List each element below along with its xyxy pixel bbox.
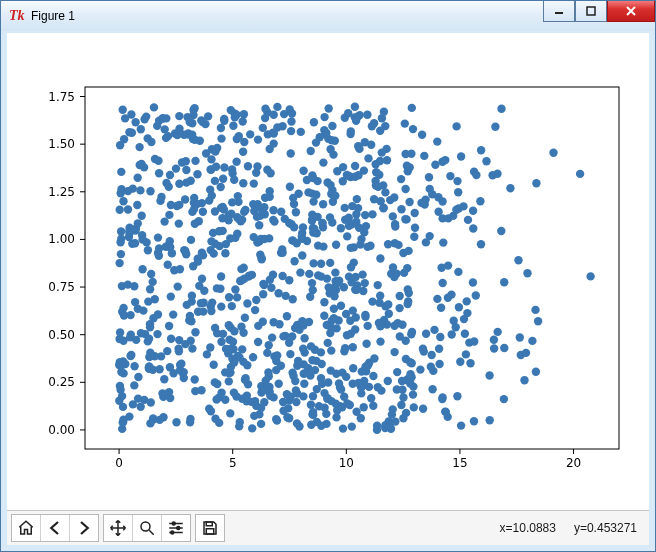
svg-point-760 xyxy=(117,168,125,176)
back-button[interactable] xyxy=(41,515,70,541)
svg-point-1015 xyxy=(428,385,436,393)
svg-point-821 xyxy=(269,318,277,326)
svg-point-485 xyxy=(387,425,395,433)
svg-point-936 xyxy=(384,377,392,385)
svg-point-364 xyxy=(351,285,359,293)
svg-point-717 xyxy=(119,369,127,377)
svg-point-349 xyxy=(238,345,246,353)
svg-point-39 xyxy=(470,417,478,425)
svg-point-776 xyxy=(353,195,361,203)
svg-point-272 xyxy=(119,304,127,312)
svg-text:1.00: 1.00 xyxy=(48,232,75,246)
svg-point-628 xyxy=(145,335,153,343)
svg-point-79 xyxy=(516,333,524,341)
svg-point-920 xyxy=(235,353,243,361)
svg-point-361 xyxy=(231,285,239,293)
svg-point-917 xyxy=(288,332,296,340)
svg-point-646 xyxy=(514,256,522,264)
svg-point-465 xyxy=(230,327,238,335)
pan-button[interactable] xyxy=(104,515,133,541)
svg-point-608 xyxy=(146,419,154,427)
svg-point-553 xyxy=(155,169,163,177)
svg-point-447 xyxy=(136,186,144,194)
svg-point-994 xyxy=(401,119,409,127)
toolbar-group-nav xyxy=(11,514,99,542)
svg-text:0.50: 0.50 xyxy=(48,328,75,342)
maximize-button[interactable] xyxy=(575,1,607,22)
svg-point-912 xyxy=(215,393,223,401)
svg-point-725 xyxy=(239,148,247,156)
svg-point-502 xyxy=(520,376,528,384)
svg-point-889 xyxy=(288,109,296,117)
toolbar-group-view xyxy=(103,514,191,542)
svg-point-839 xyxy=(396,292,404,300)
svg-point-104 xyxy=(319,242,327,250)
svg-point-774 xyxy=(403,264,411,272)
svg-point-55 xyxy=(425,173,433,181)
svg-point-428 xyxy=(307,421,315,429)
svg-point-270 xyxy=(287,149,295,157)
svg-point-256 xyxy=(454,188,462,196)
home-button[interactable] xyxy=(12,515,41,541)
svg-point-852 xyxy=(385,417,393,425)
svg-point-381 xyxy=(452,323,460,331)
svg-point-747 xyxy=(402,337,410,345)
zoom-button[interactable] xyxy=(133,515,162,541)
svg-point-514 xyxy=(290,257,298,265)
svg-point-571 xyxy=(265,341,273,349)
svg-point-538 xyxy=(355,145,363,153)
svg-point-363 xyxy=(360,403,368,411)
svg-point-877 xyxy=(264,130,272,138)
minimize-button[interactable] xyxy=(543,1,575,22)
svg-point-943 xyxy=(184,129,192,137)
svg-point-556 xyxy=(250,412,258,420)
svg-point-954 xyxy=(225,377,233,385)
close-button[interactable] xyxy=(607,1,655,22)
svg-point-871 xyxy=(448,330,456,338)
svg-point-923 xyxy=(189,106,197,114)
svg-point-869 xyxy=(354,204,362,212)
svg-point-45 xyxy=(117,250,125,258)
svg-point-547 xyxy=(309,197,317,205)
configure-button[interactable] xyxy=(162,515,190,541)
svg-point-807 xyxy=(426,185,434,193)
svg-point-1018 xyxy=(308,189,316,197)
svg-point-581 xyxy=(347,263,355,271)
svg-point-967 xyxy=(376,337,384,345)
svg-point-243 xyxy=(138,265,146,273)
svg-point-409 xyxy=(364,322,372,330)
svg-point-487 xyxy=(420,152,428,160)
svg-point-834 xyxy=(224,216,232,224)
save-button[interactable] xyxy=(196,515,224,541)
svg-point-169 xyxy=(297,128,305,136)
svg-point-840 xyxy=(299,223,307,231)
svg-point-365 xyxy=(438,393,446,401)
svg-point-610 xyxy=(490,344,498,352)
svg-point-52 xyxy=(453,392,461,400)
svg-point-729 xyxy=(447,290,455,298)
plot-area[interactable]: 051015200.000.250.500.751.001.251.501.75 xyxy=(7,33,649,511)
forward-button[interactable] xyxy=(70,515,98,541)
svg-point-49 xyxy=(476,197,484,205)
move-icon xyxy=(109,519,127,537)
svg-point-188 xyxy=(138,212,146,220)
svg-point-211 xyxy=(220,163,228,171)
svg-point-844 xyxy=(157,193,165,201)
svg-point-213 xyxy=(217,134,225,142)
svg-point-888 xyxy=(240,138,248,146)
svg-point-753 xyxy=(456,358,464,366)
sliders-icon xyxy=(167,519,185,537)
svg-point-1027 xyxy=(146,187,154,195)
svg-point-820 xyxy=(421,195,429,203)
svg-point-99 xyxy=(300,334,308,342)
svg-point-660 xyxy=(213,329,221,337)
svg-point-492 xyxy=(120,311,128,319)
svg-point-754 xyxy=(117,235,125,243)
svg-point-907 xyxy=(327,346,335,354)
svg-point-766 xyxy=(331,192,339,200)
svg-point-981 xyxy=(116,328,124,336)
svg-point-575 xyxy=(405,198,413,206)
svg-point-380 xyxy=(189,262,197,270)
svg-point-993 xyxy=(272,415,280,423)
svg-point-182 xyxy=(364,154,372,162)
